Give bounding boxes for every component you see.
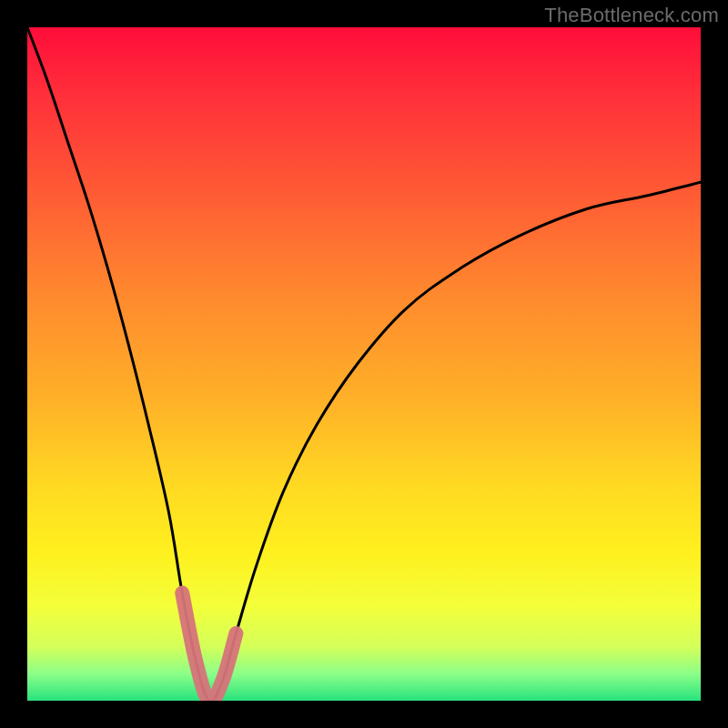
chart-frame: TheBottleneck.com [0, 0, 728, 728]
plot-area [27, 27, 701, 701]
watermark-text: TheBottleneck.com [544, 4, 719, 27]
bottleneck-chart [27, 27, 701, 701]
bottleneck-curve [27, 27, 701, 701]
curve-min-highlight [182, 593, 236, 701]
